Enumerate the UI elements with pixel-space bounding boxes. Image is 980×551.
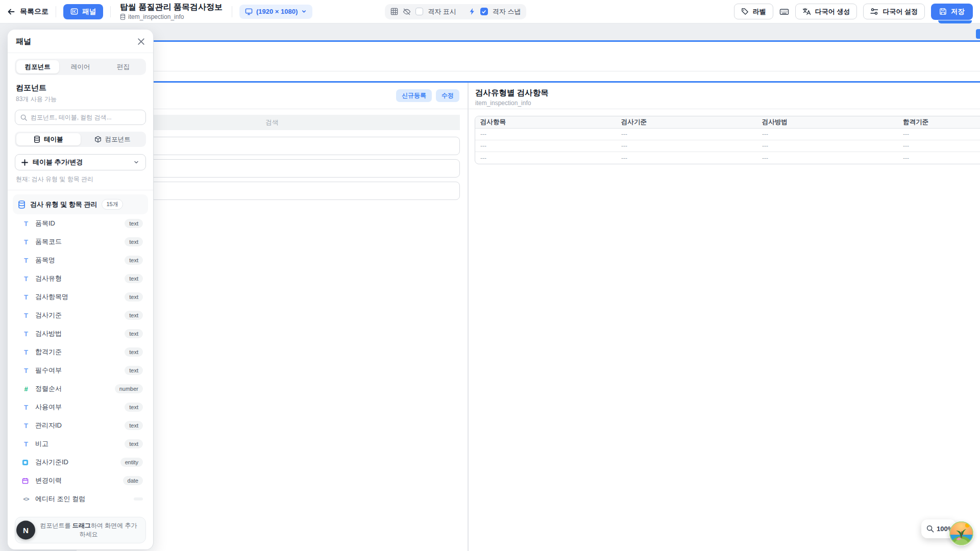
designed-screen[interactable]: 신규등록 수정 검색 검사유형별 검사항목 item_inspection_in…	[77, 40, 980, 551]
type-badge: text	[125, 403, 143, 412]
detail-section-subtitle: item_inspection_info	[475, 99, 531, 107]
grid-snap-checkbox[interactable]	[480, 8, 488, 15]
text-type-icon: T	[22, 238, 30, 246]
label-button[interactable]: 라벨	[734, 4, 773, 19]
package-icon	[94, 136, 102, 143]
column-item[interactable]: <>에디터 조인 컬럼	[13, 490, 148, 508]
column-item[interactable]: T관리자IDtext	[13, 416, 148, 435]
column-item[interactable]: T검사방법text	[13, 324, 148, 343]
source-segmented-control: 테이블 컴포넌트	[15, 132, 146, 147]
detail-table[interactable]: 검사항목 검사기준 검사방법 합격기준 --- --- --- --- --- …	[475, 116, 980, 164]
panel-tabs: 컴포넌트 레이어 편집	[15, 59, 146, 75]
add-table-button[interactable]: 테이블 추가/변경	[15, 154, 146, 170]
column-item[interactable]: #정렬순서number	[13, 380, 148, 398]
search-box	[15, 110, 146, 125]
join-type-icon: <>	[22, 496, 30, 502]
tab-components[interactable]: 컴포넌트	[16, 60, 59, 73]
type-badge: text	[125, 439, 143, 448]
grid-snap-label[interactable]: 격자 스냅	[493, 7, 521, 16]
date-type-icon	[22, 478, 30, 484]
keyboard-icon	[779, 8, 789, 16]
current-table-label: 현재: 검사 유형 및 항목 관리	[16, 175, 145, 184]
segment-table[interactable]: 테이블	[16, 133, 81, 145]
divider	[8, 53, 153, 53]
island-logo[interactable]	[949, 521, 974, 546]
type-badge: text	[125, 311, 143, 320]
app-logo: N	[16, 521, 35, 540]
selection-handle-right[interactable]	[976, 29, 980, 39]
grid-controls: 격자 표시 격자 스냅	[385, 4, 526, 19]
columns-list: 검사 유형 및 항목 관리 15개 T품목IDtext T품목코드text T품…	[8, 190, 153, 513]
tab-edit[interactable]: 편집	[102, 60, 144, 73]
column-item[interactable]: T품목명text	[13, 251, 148, 269]
screen-spacer-band[interactable]	[77, 71, 980, 81]
arrow-left-icon	[7, 8, 15, 16]
translate-icon	[802, 8, 811, 15]
type-badge	[134, 497, 143, 500]
grid-icon	[390, 8, 398, 15]
detail-section-title: 검사유형별 검사항목	[475, 88, 549, 98]
monitor-icon	[245, 8, 253, 15]
screen-header-band[interactable]	[77, 42, 980, 71]
type-badge: text	[125, 274, 143, 283]
save-button[interactable]: 저장	[931, 4, 973, 20]
column-item[interactable]: T검사기준text	[13, 306, 148, 324]
magnifier-icon	[926, 525, 934, 533]
grid-show-label[interactable]: 격자 표시	[428, 7, 456, 16]
text-type-icon: T	[22, 348, 30, 356]
column-item[interactable]: 검사기준IDentity	[13, 453, 148, 471]
text-type-icon: T	[22, 312, 30, 319]
chevron-down-icon	[301, 9, 307, 14]
column-item[interactable]: T검사유형text	[13, 269, 148, 288]
column-item[interactable]: T검사항목명text	[13, 288, 148, 306]
column-item[interactable]: 변경이력date	[13, 471, 148, 490]
detail-section[interactable]: 검사유형별 검사항목 item_inspection_info 검사항목 검사기…	[469, 83, 980, 551]
screen-size-dropdown[interactable]: (980 × 551)	[239, 5, 312, 19]
toggle-options-icon	[870, 8, 878, 15]
back-to-list-button[interactable]: 목록으로	[7, 7, 48, 16]
search-input[interactable]	[31, 114, 140, 121]
segment-component[interactable]: 컴포넌트	[81, 133, 145, 145]
database-icon	[18, 201, 26, 209]
column-item[interactable]: T품목IDtext	[13, 214, 148, 233]
tab-layers[interactable]: 레이어	[59, 60, 102, 73]
column-item[interactable]: T사용여부text	[13, 398, 148, 416]
new-register-badge[interactable]: 신규등록	[396, 89, 432, 102]
close-icon[interactable]	[137, 38, 145, 45]
i18n-generate-button[interactable]: 다국어 생성	[795, 4, 857, 19]
table-row: --- --- --- ---	[475, 140, 980, 152]
database-icon	[34, 136, 40, 143]
text-type-icon: T	[22, 404, 30, 411]
column-count-badge: 15개	[102, 199, 122, 210]
number-type-icon: #	[22, 385, 30, 393]
type-badge: text	[125, 256, 143, 265]
panel-title: 패널	[16, 37, 31, 46]
i18n-settings-button[interactable]: 다국어 설정	[863, 4, 925, 19]
column-item[interactable]: T필수여부text	[13, 361, 148, 380]
selection-handle-top[interactable]	[938, 20, 972, 23]
text-type-icon: T	[22, 367, 30, 374]
type-badge: text	[125, 219, 143, 228]
eye-off-icon	[403, 8, 411, 16]
text-type-icon: T	[22, 330, 30, 338]
column-header: 검사기준	[616, 116, 757, 128]
panel-toggle-button[interactable]: 패널	[63, 4, 103, 19]
table-name: 검사 유형 및 항목 관리	[30, 200, 97, 209]
column-item[interactable]: T비고text	[13, 435, 148, 453]
type-badge: text	[125, 292, 143, 302]
table-item[interactable]: 검사 유형 및 항목 관리 15개	[13, 194, 148, 214]
table-ref: item_inspection_info	[128, 13, 184, 20]
column-header: 검사항목	[475, 116, 616, 128]
edit-badge[interactable]: 수정	[436, 89, 459, 102]
keyboard-shortcuts-button[interactable]	[779, 8, 789, 16]
divider	[232, 6, 232, 17]
component-panel: 패널 컴포넌트 레이어 편집 컴포넌트 83개 사용 가능 테이블 컴포넌트	[8, 30, 153, 549]
column-item[interactable]: T품목코드text	[13, 233, 148, 251]
type-badge: text	[125, 347, 143, 357]
column-item[interactable]: T합격기준text	[13, 343, 148, 361]
column-header: 검사방법	[757, 116, 898, 128]
type-badge: text	[125, 366, 143, 375]
grid-show-checkbox[interactable]	[415, 8, 423, 15]
type-badge: text	[125, 421, 143, 430]
column-header: 합격기준	[898, 116, 980, 128]
